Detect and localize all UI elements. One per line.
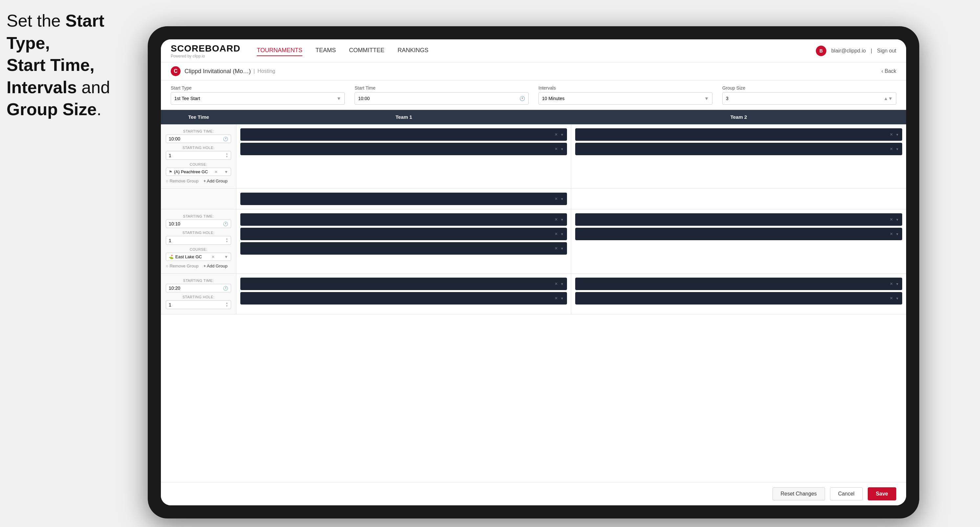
player-expand-1-1[interactable]: ▼ [560, 133, 564, 137]
navbar: SCOREBOARD Powered by clipp.io TOURNAMEN… [161, 40, 906, 62]
player-expand-3-3[interactable]: ▼ [560, 247, 564, 250]
player-expand-1-2[interactable]: ▼ [560, 147, 564, 151]
bottom-bar: Reset Changes Cancel Save [161, 482, 906, 505]
player-remove-4-1[interactable]: ✕ [890, 217, 893, 222]
nav-teams[interactable]: TEAMS [315, 45, 336, 56]
starting-time-input-2[interactable]: 10:10 🕐 [166, 219, 231, 228]
remove-group-link-1[interactable]: ○ Remove Group [166, 178, 199, 183]
table-header: Tee Time Team 1 Team 2 [161, 110, 906, 124]
add-group-link-1[interactable]: + Add Group [204, 178, 228, 183]
spinner-arrows-2: ▲ ▼ [226, 238, 228, 243]
action-links-1: ○ Remove Group + Add Group [166, 178, 231, 183]
nav-committee[interactable]: COMMITTEE [349, 45, 385, 56]
starting-time-value-2: 10:10 [169, 221, 180, 226]
separator: | [871, 48, 872, 54]
add-group-link-2[interactable]: + Add Group [204, 264, 228, 268]
start-time-select[interactable]: 10:00 🕐 [355, 92, 528, 105]
player-row-3-2: ✕ ▼ [240, 228, 567, 240]
subnav-separator: | [253, 68, 255, 74]
start-type-field: Start Type 1st Tee Start ▼ [171, 85, 345, 105]
player-remove-1-2[interactable]: ✕ [555, 147, 558, 151]
intervals-value: 10 Minutes [542, 96, 564, 101]
player-expand-6-2[interactable]: ▼ [896, 297, 899, 300]
intervals-select[interactable]: 10 Minutes ▼ [538, 92, 713, 105]
starting-time-label-3: STARTING TIME: [166, 279, 231, 283]
course-tag-1: ⚑ (A) Peachtree GC ✕ ▼ [166, 168, 231, 176]
reset-changes-button[interactable]: Reset Changes [773, 487, 825, 500]
starting-hole-input-2[interactable]: 1 ▲ ▼ [166, 236, 231, 245]
remove-group-link-2[interactable]: ○ Remove Group [166, 264, 199, 268]
nav-links: TOURNAMENTS TEAMS COMMITTEE RANKINGS [257, 45, 816, 56]
remove-course-2[interactable]: ✕ [212, 255, 215, 259]
team1-cell-2: ✕ ▼ ✕ ▼ ✕ ▼ [236, 210, 571, 273]
player-expand-3-1[interactable]: ▼ [560, 218, 564, 222]
player-remove-2-2[interactable]: ✕ [890, 147, 893, 151]
player-row-4-1: ✕ ▼ [575, 213, 902, 226]
spinner-arrows-1: ▲ ▼ [226, 152, 228, 158]
player-expand-3-2[interactable]: ▼ [560, 232, 564, 236]
course-expand-1[interactable]: ▼ [224, 170, 228, 174]
player-expand-5-1[interactable]: ▼ [560, 282, 564, 286]
player-row-6-2: ✕ ▼ [575, 292, 902, 305]
nav-rankings[interactable]: RANKINGS [398, 45, 428, 56]
intervals-arrow-icon: ▼ [704, 96, 709, 101]
user-avatar: B [816, 46, 826, 56]
player-remove-1-3[interactable]: ✕ [555, 197, 558, 201]
starting-hole-input-1[interactable]: 1 ▲ ▼ [166, 151, 231, 160]
player-expand-6-1[interactable]: ▼ [896, 282, 899, 286]
player-expand-4-2[interactable]: ▼ [896, 232, 899, 236]
remove-course-1[interactable]: ✕ [215, 170, 218, 174]
course-label-2: COURSE: [166, 248, 231, 251]
player-expand-2-1[interactable]: ▼ [896, 133, 899, 137]
group-left-2: STARTING TIME: 10:10 🕐 STARTING HOLE: 1 … [161, 210, 236, 273]
player-remove-6-1[interactable]: ✕ [890, 281, 893, 286]
team2-cell-1b [571, 189, 906, 209]
player-remove-5-2[interactable]: ✕ [555, 296, 558, 301]
player-remove-2-1[interactable]: ✕ [890, 132, 893, 137]
save-button[interactable]: Save [868, 487, 896, 500]
col-team1: Team 1 [236, 114, 571, 120]
intervals-field: Intervals 10 Minutes ▼ [538, 85, 713, 105]
col-team2: Team 2 [571, 114, 906, 120]
group-left-3: STARTING TIME: 10:20 🕐 STARTING HOLE: 1 … [161, 274, 236, 314]
player-row-3-1: ✕ ▼ [240, 213, 567, 226]
player-remove-3-1[interactable]: ✕ [555, 217, 558, 222]
nav-tournaments[interactable]: TOURNAMENTS [257, 45, 302, 56]
starting-hole-input-3[interactable]: 1 ▲ ▼ [166, 300, 231, 309]
player-row-1-1: ✕ ▼ [240, 128, 567, 141]
up-arrow-1: ▲ [226, 152, 228, 155]
subnav-section: Hosting [258, 68, 275, 74]
player-remove-3-2[interactable]: ✕ [555, 232, 558, 236]
player-remove-5-1[interactable]: ✕ [555, 281, 558, 286]
start-time-label: Start Time [355, 85, 528, 90]
clock-icon-2: 🕐 [223, 222, 228, 226]
nav-right: B blair@clippd.io | Sign out [816, 46, 896, 56]
start-type-label: Start Type [171, 85, 345, 90]
starting-hole-value-2: 1 [169, 238, 171, 243]
starting-hole-value-3: 1 [169, 302, 171, 308]
up-arrow-3: ▲ [226, 302, 228, 305]
group-size-select[interactable]: 3 ▲▼ [722, 92, 896, 105]
player-remove-4-2[interactable]: ✕ [890, 232, 893, 236]
player-expand-4-1[interactable]: ▼ [896, 218, 899, 222]
player-expand-5-2[interactable]: ▼ [560, 297, 564, 300]
starting-time-input-1[interactable]: 10:00 🕐 [166, 135, 231, 143]
player-remove-3-3[interactable]: ✕ [555, 246, 558, 251]
config-row: Start Type 1st Tee Start ▼ Start Time 10… [161, 80, 906, 110]
course-expand-2[interactable]: ▼ [224, 255, 228, 259]
starting-time-label-2: STARTING TIME: [166, 214, 231, 218]
sign-out-link[interactable]: Sign out [877, 48, 896, 54]
player-expand-1-3[interactable]: ▼ [560, 197, 564, 201]
back-button[interactable]: ‹ Back [881, 68, 896, 74]
player-remove-6-2[interactable]: ✕ [890, 296, 893, 301]
player-remove-1-1[interactable]: ✕ [555, 132, 558, 137]
cancel-button[interactable]: Cancel [830, 487, 863, 500]
group-left-1: STARTING TIME: 10:00 🕐 STARTING HOLE: 1 … [161, 124, 236, 188]
down-arrow-1: ▼ [226, 156, 228, 158]
starting-time-input-3[interactable]: 10:20 🕐 [166, 284, 231, 292]
start-type-select[interactable]: 1st Tee Start ▼ [171, 92, 345, 105]
player-expand-2-2[interactable]: ▼ [896, 147, 899, 151]
player-row-2-1: ✕ ▼ [575, 128, 902, 141]
tournament-name[interactable]: Clippd Invitational (Mo…) [185, 68, 251, 75]
spinner-arrows-3: ▲ ▼ [226, 302, 228, 308]
